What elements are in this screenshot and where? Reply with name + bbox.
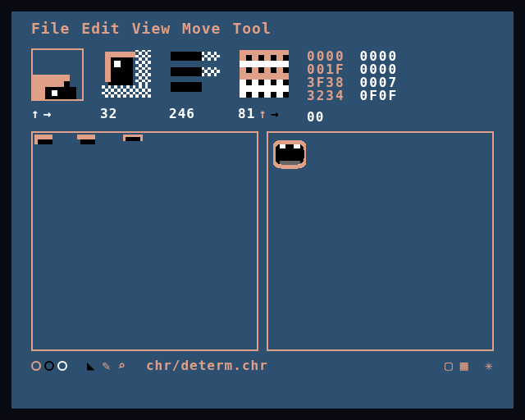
svg-rect-33 — [145, 76, 148, 80]
svg-rect-42 — [121, 85, 124, 89]
svg-rect-30 — [142, 73, 145, 76]
svg-rect-69 — [142, 94, 145, 98]
tile-preview-slot: ↑ → — [31, 48, 84, 121]
svg-rect-55 — [102, 92, 105, 95]
svg-rect-113 — [276, 61, 289, 67]
svg-rect-144 — [80, 139, 95, 144]
left-canvas-tiles-icon — [33, 133, 258, 158]
svg-rect-119 — [252, 73, 264, 80]
pattern-slot-32: 32 — [100, 48, 153, 121]
pattern-81[interactable] — [238, 48, 290, 101]
svg-rect-108 — [252, 67, 258, 74]
color-swatch-1[interactable] — [31, 361, 41, 371]
svg-rect-121 — [258, 80, 265, 86]
hex-col-left: 0000 001F 3F38 3234 — [307, 50, 345, 103]
svg-rect-29 — [135, 73, 139, 76]
svg-rect-105 — [240, 67, 246, 74]
panels — [11, 125, 514, 351]
svg-rect-111 — [264, 67, 271, 74]
pattern-246[interactable] — [169, 48, 221, 101]
svg-rect-85 — [214, 67, 217, 71]
svg-rect-80 — [202, 57, 205, 61]
svg-rect-127 — [283, 80, 290, 86]
tool-pointer-icon[interactable]: ◣ — [87, 358, 96, 373]
color-swatch-3[interactable] — [57, 361, 67, 371]
tool-pencil-icon[interactable]: ✎ — [103, 358, 112, 373]
svg-rect-107 — [252, 61, 264, 67]
svg-rect-1 — [33, 87, 45, 99]
svg-rect-28 — [145, 70, 148, 73]
svg-rect-75 — [208, 52, 211, 55]
left-canvas[interactable] — [31, 131, 258, 351]
svg-rect-96 — [252, 55, 258, 62]
svg-rect-48 — [111, 89, 114, 92]
svg-rect-137 — [276, 85, 289, 92]
menu-edit[interactable]: Edit — [81, 20, 120, 37]
svg-rect-64 — [111, 94, 114, 98]
tool-zoom-icon[interactable]: ⌕ — [117, 358, 126, 373]
svg-rect-100 — [271, 55, 277, 62]
svg-rect-81 — [208, 57, 211, 61]
svg-rect-133 — [258, 92, 265, 98]
svg-rect-62 — [145, 92, 148, 95]
svg-rect-125 — [276, 73, 289, 80]
svg-rect-25 — [142, 67, 145, 71]
svg-rect-116 — [240, 73, 252, 80]
color-swatch-2[interactable] — [44, 361, 54, 371]
svg-rect-84 — [208, 67, 211, 71]
svg-rect-142 — [34, 139, 38, 144]
svg-rect-45 — [139, 85, 142, 89]
tile-preview[interactable] — [31, 48, 84, 101]
svg-rect-67 — [130, 94, 133, 98]
right-canvas[interactable] — [267, 131, 494, 351]
svg-rect-123 — [264, 80, 271, 86]
svg-rect-50 — [123, 89, 126, 92]
pattern-32[interactable] — [100, 48, 153, 101]
menu-view[interactable]: View — [132, 20, 171, 37]
svg-rect-120 — [252, 80, 258, 86]
svg-rect-78 — [211, 55, 214, 58]
svg-rect-60 — [133, 92, 136, 95]
hex-label: 00 — [307, 109, 324, 125]
svg-rect-8 — [114, 61, 121, 67]
svg-rect-40 — [108, 85, 112, 89]
svg-rect-7 — [105, 52, 112, 83]
svg-rect-124 — [271, 80, 277, 86]
svg-rect-143 — [77, 135, 95, 139]
pattern-32-label: 32 — [100, 106, 117, 121]
svg-rect-139 — [283, 92, 290, 98]
view-dither-icon[interactable]: ▦ — [460, 358, 469, 373]
arrow-right-icon: → — [271, 106, 280, 121]
pattern-32-icon — [102, 48, 151, 99]
svg-rect-134 — [264, 85, 276, 92]
svg-rect-110 — [264, 61, 276, 67]
svg-rect-34 — [135, 80, 139, 83]
pattern-246-label: 246 — [169, 106, 195, 121]
view-grid-icon[interactable]: ▢ — [445, 358, 454, 373]
svg-rect-46 — [145, 85, 148, 89]
svg-rect-95 — [252, 48, 264, 55]
svg-rect-99 — [264, 55, 271, 62]
svg-rect-117 — [240, 80, 246, 86]
svg-rect-92 — [240, 48, 252, 55]
svg-rect-114 — [276, 67, 283, 74]
menu-file[interactable]: File — [31, 20, 70, 37]
svg-rect-66 — [123, 94, 126, 98]
settings-icon[interactable]: ✳ — [485, 358, 494, 373]
svg-rect-98 — [264, 48, 276, 55]
svg-rect-135 — [264, 92, 271, 98]
svg-rect-59 — [126, 92, 130, 95]
menu-tool[interactable]: Tool — [232, 20, 271, 37]
svg-rect-115 — [283, 67, 290, 74]
menu-move[interactable]: Move — [182, 20, 221, 37]
svg-rect-153 — [280, 161, 300, 165]
svg-rect-39 — [102, 85, 105, 89]
svg-rect-43 — [126, 85, 130, 89]
svg-rect-106 — [246, 67, 253, 74]
svg-rect-49 — [117, 89, 121, 92]
svg-rect-19 — [135, 61, 139, 64]
svg-rect-112 — [271, 67, 277, 74]
hex-slot: 0000 001F 3F38 3234 0000 0000 0007 0F0F … — [307, 48, 494, 125]
svg-rect-4 — [64, 81, 71, 88]
statusbar: ◣ ✎ ⌕ chr/determ.chr ▢ ▦ ✳ — [11, 351, 514, 373]
